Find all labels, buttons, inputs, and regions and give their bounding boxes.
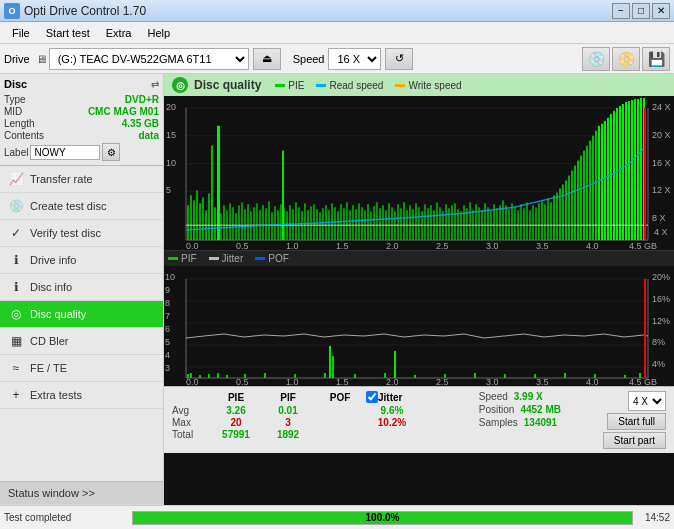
sidebar-item-cd-bler[interactable]: ▦ CD Bler bbox=[0, 328, 163, 355]
svg-rect-84 bbox=[352, 205, 354, 240]
svg-rect-52 bbox=[256, 203, 258, 240]
sidebar-item-fe-te[interactable]: ≈ FE / TE bbox=[0, 355, 163, 382]
svg-text:3.5: 3.5 bbox=[536, 377, 549, 386]
main-content: Disc ⇄ Type DVD+R MID CMC MAG M01 Length… bbox=[0, 74, 674, 505]
svg-rect-223 bbox=[244, 374, 246, 378]
menu-help[interactable]: Help bbox=[139, 25, 178, 41]
menu-file[interactable]: File bbox=[4, 25, 38, 41]
disc-quality-icon: ◎ bbox=[8, 306, 24, 322]
svg-rect-99 bbox=[397, 204, 399, 240]
svg-text:10: 10 bbox=[166, 158, 176, 168]
disc-contents-value: data bbox=[138, 130, 159, 141]
menu-start-test[interactable]: Start test bbox=[38, 25, 98, 41]
quality-speed-select[interactable]: 4 X bbox=[628, 391, 666, 411]
svg-rect-78 bbox=[334, 207, 336, 240]
svg-text:1.0: 1.0 bbox=[286, 241, 299, 250]
svg-text:12 X: 12 X bbox=[652, 185, 671, 195]
sidebar-item-create-test-disc[interactable]: 💿 Create test disc bbox=[0, 193, 163, 220]
svg-rect-121 bbox=[463, 205, 465, 240]
svg-rect-115 bbox=[445, 204, 447, 240]
svg-rect-68 bbox=[304, 203, 306, 240]
jitter-legend-label: Jitter bbox=[222, 253, 244, 264]
svg-rect-147 bbox=[535, 207, 537, 240]
svg-rect-101 bbox=[403, 202, 405, 240]
disc-label-key: Label bbox=[4, 147, 28, 158]
drive-info-icon: ℹ bbox=[8, 252, 24, 268]
position-stat-label: Position bbox=[479, 404, 515, 415]
svg-text:1.5: 1.5 bbox=[336, 377, 349, 386]
svg-rect-229 bbox=[414, 375, 416, 378]
pie-legend-dot bbox=[275, 84, 285, 87]
speed-refresh-button[interactable]: ↺ bbox=[385, 48, 413, 70]
svg-rect-179 bbox=[631, 100, 633, 240]
disc-label-input[interactable] bbox=[30, 145, 100, 160]
chart2-legend-bar: PIF Jitter POF bbox=[164, 251, 674, 266]
speed-stat-label: Speed bbox=[479, 391, 508, 402]
svg-rect-163 bbox=[583, 151, 585, 240]
svg-text:4 X: 4 X bbox=[654, 227, 668, 237]
right-stats-area: Speed 3.99 X Position 4452 MB Samples 13… bbox=[479, 391, 599, 428]
minimize-button[interactable]: − bbox=[612, 3, 630, 19]
svg-rect-232 bbox=[504, 374, 506, 378]
max-pif: 3 bbox=[262, 417, 314, 428]
write-speed-legend-label: Write speed bbox=[408, 80, 461, 91]
speed-label: Speed bbox=[293, 53, 325, 65]
sidebar-item-disc-quality[interactable]: ◎ Disc quality bbox=[0, 301, 163, 328]
sidebar-item-disc-quality-label: Disc quality bbox=[30, 308, 86, 320]
svg-rect-93 bbox=[379, 208, 381, 240]
sidebar-item-extra-tests[interactable]: + Extra tests bbox=[0, 382, 163, 409]
sidebar-item-drive-info[interactable]: ℹ Drive info bbox=[0, 247, 163, 274]
svg-text:0.0: 0.0 bbox=[186, 377, 199, 386]
svg-rect-181 bbox=[637, 99, 639, 240]
svg-rect-92 bbox=[376, 202, 378, 240]
svg-rect-143 bbox=[523, 208, 525, 240]
samples-stat-label: Samples bbox=[479, 417, 518, 428]
svg-rect-57 bbox=[271, 212, 273, 240]
start-full-button[interactable]: Start full bbox=[607, 413, 666, 430]
svg-rect-217 bbox=[187, 374, 189, 378]
svg-rect-103 bbox=[409, 205, 411, 240]
save-button[interactable]: 💾 bbox=[642, 47, 670, 71]
svg-text:8 X: 8 X bbox=[652, 213, 666, 223]
jitter-checkbox[interactable] bbox=[366, 391, 378, 403]
sidebar-item-disc-info[interactable]: ℹ Disc info bbox=[0, 274, 163, 301]
sidebar-item-transfer-rate[interactable]: 📈 Transfer rate bbox=[0, 166, 163, 193]
start-part-button[interactable]: Start part bbox=[603, 432, 666, 449]
svg-rect-156 bbox=[562, 184, 564, 240]
svg-rect-91 bbox=[373, 206, 375, 240]
sidebar-item-verify-test-disc[interactable]: ✓ Verify test disc bbox=[0, 220, 163, 247]
eject-button[interactable]: ⏏ bbox=[253, 48, 281, 70]
svg-text:4.0: 4.0 bbox=[586, 241, 599, 250]
svg-rect-236 bbox=[534, 374, 536, 378]
svg-text:2.5: 2.5 bbox=[436, 377, 449, 386]
app-icon: O bbox=[4, 3, 20, 19]
disc-write-button[interactable]: 📀 bbox=[612, 47, 640, 71]
cd-bler-icon: ▦ bbox=[8, 333, 24, 349]
disc-read-button[interactable]: 💿 bbox=[582, 47, 610, 71]
avg-pif: 0.01 bbox=[262, 405, 314, 416]
svg-text:15: 15 bbox=[166, 130, 176, 140]
svg-rect-60 bbox=[280, 204, 282, 240]
disc-label-icon[interactable]: ⚙ bbox=[102, 143, 120, 161]
svg-rect-117 bbox=[451, 205, 453, 240]
status-window-button[interactable]: Status window >> bbox=[0, 481, 163, 505]
legend-read-speed: Read speed bbox=[316, 80, 383, 91]
svg-rect-222 bbox=[226, 375, 228, 378]
svg-text:5: 5 bbox=[166, 185, 171, 195]
transfer-rate-icon: 📈 bbox=[8, 171, 24, 187]
disc-expand-icon[interactable]: ⇄ bbox=[151, 79, 159, 90]
speed-select[interactable]: 16 X bbox=[328, 48, 381, 70]
avg-row: Avg 3.26 0.01 9.6% bbox=[172, 405, 475, 416]
svg-rect-73 bbox=[319, 212, 321, 240]
menu-extra[interactable]: Extra bbox=[98, 25, 140, 41]
status-time: 14:52 bbox=[645, 512, 670, 523]
close-button[interactable]: ✕ bbox=[652, 3, 670, 19]
svg-rect-116 bbox=[448, 208, 450, 240]
sidebar-item-verify-label: Verify test disc bbox=[30, 227, 101, 239]
svg-text:7: 7 bbox=[165, 311, 170, 321]
drive-select[interactable]: (G:) TEAC DV-W522GMA 6T11 bbox=[49, 48, 249, 70]
svg-rect-177 bbox=[625, 102, 627, 240]
maximize-button[interactable]: □ bbox=[632, 3, 650, 19]
titlebar-left: O Opti Drive Control 1.70 bbox=[4, 3, 146, 19]
pie-bars bbox=[187, 98, 645, 240]
